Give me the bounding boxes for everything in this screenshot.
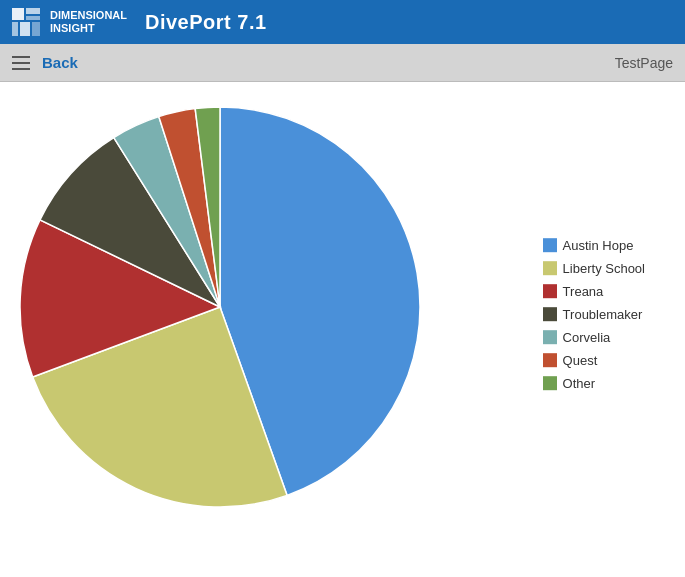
- svg-rect-0: [12, 8, 24, 20]
- legend-label: Corvelia: [563, 330, 611, 345]
- legend-item: Treana: [543, 284, 645, 299]
- legend-item: Corvelia: [543, 330, 645, 345]
- legend-swatch: [543, 353, 557, 367]
- legend-item: Troublemaker: [543, 307, 645, 322]
- legend-label: Liberty School: [563, 261, 645, 276]
- svg-rect-3: [12, 22, 18, 36]
- legend-item: Liberty School: [543, 261, 645, 276]
- logo-icon: [10, 6, 42, 38]
- legend-item: Quest: [543, 353, 645, 368]
- legend-swatch: [543, 238, 557, 252]
- app-header: Dimensional Insight DivePort 7.1: [0, 0, 685, 44]
- logo-container: Dimensional Insight DivePort 7.1: [10, 6, 267, 38]
- pie-chart-accurate: [20, 92, 420, 522]
- logo-text: Dimensional Insight: [50, 9, 127, 35]
- legend-swatch: [543, 284, 557, 298]
- svg-rect-1: [26, 8, 40, 14]
- chart-container: Austin HopeLiberty SchoolTreanaTroublema…: [0, 82, 685, 577]
- legend-label: Other: [563, 376, 596, 391]
- navbar: Back TestPage: [0, 44, 685, 82]
- svg-rect-4: [20, 22, 30, 36]
- page-name: TestPage: [615, 55, 673, 71]
- legend-label: Austin Hope: [563, 238, 634, 253]
- hamburger-menu[interactable]: [12, 56, 30, 70]
- legend-label: Troublemaker: [563, 307, 643, 322]
- legend-label: Quest: [563, 353, 598, 368]
- legend-swatch: [543, 261, 557, 275]
- chart-legend: Austin HopeLiberty SchoolTreanaTroublema…: [543, 238, 645, 391]
- svg-rect-5: [32, 22, 40, 36]
- legend-swatch: [543, 330, 557, 344]
- legend-swatch: [543, 376, 557, 390]
- svg-rect-2: [26, 16, 40, 20]
- app-title: DivePort 7.1: [145, 11, 267, 34]
- back-button[interactable]: Back: [42, 54, 78, 71]
- navbar-left: Back: [12, 54, 78, 71]
- main-content: Austin HopeLiberty SchoolTreanaTroublema…: [0, 82, 685, 577]
- legend-label: Treana: [563, 284, 604, 299]
- legend-swatch: [543, 307, 557, 321]
- legend-item: Austin Hope: [543, 238, 645, 253]
- legend-item: Other: [543, 376, 645, 391]
